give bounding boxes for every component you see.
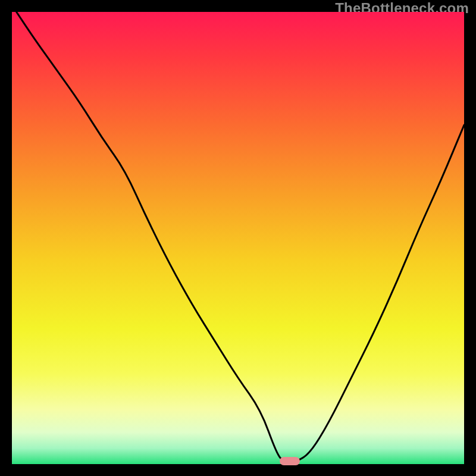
- bottleneck-curve: [12, 12, 464, 464]
- optimal-marker: [280, 457, 300, 465]
- plot-area: [12, 12, 464, 464]
- chart-frame: TheBottleneck.com: [0, 0, 476, 476]
